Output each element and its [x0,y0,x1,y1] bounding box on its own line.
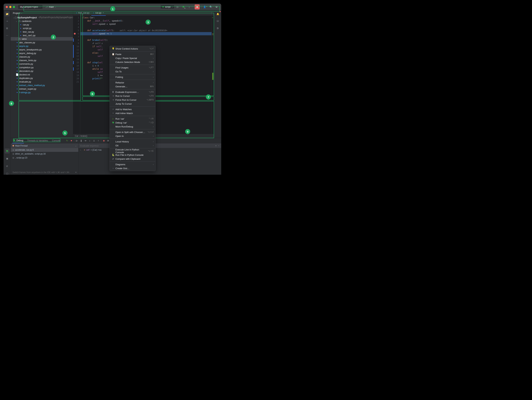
tabs-more-button[interactable]: ⋮ [210,12,213,14]
mute-breakpoints-icon[interactable]: ⊘ [107,139,110,142]
step-into-my-icon[interactable]: ⇣ [92,139,96,142]
tree-file[interactable]: ●script.py [11,26,73,30]
expand-icon[interactable]: › [16,38,18,40]
vcs-branch-selector[interactable]: ⎇ main ⌄ [44,5,58,9]
console-tab[interactable]: Console [51,138,61,143]
menu-local-history[interactable]: Local History› [110,140,155,143]
stop-button[interactable]: ■ [195,5,200,9]
menu-run-file-console[interactable]: 🐍Run File in Python Console [110,153,155,157]
menu-more-run-debug[interactable]: More Run/Debug› [110,125,155,129]
stack-frame[interactable]: ⊟, script.py:23 [11,156,78,160]
menu-generate[interactable]: Generate…⌘N [110,85,155,88]
menu-go-to[interactable]: Go To› [110,69,155,74]
tree-file[interactable]: 📄doctest.rst [11,73,73,76]
d-tool-button[interactable]: D [215,26,220,31]
menu-copy-paste-special[interactable]: Copy / Paste Special› [110,56,155,60]
step-into-icon[interactable]: ↓ [88,139,91,142]
tree-file[interactable]: ●duplicates.py [11,76,73,80]
tree-file[interactable]: ●evaluate.py [11,80,73,83]
menu-show-context-actions[interactable]: 💡Show Context Actions⌥⏎ [110,47,155,51]
menu-open-in[interactable]: Open In› [110,134,155,138]
problems-tool-button[interactable]: ⊘ [5,163,10,168]
tree-folder[interactable]: › 🗀 venv [11,37,73,41]
tree-file[interactable]: ●comments.py [11,62,73,66]
project-selector[interactable]: MySampleProject ⌄ [18,5,43,9]
rerun-icon[interactable]: ↻ [65,139,69,142]
pause-icon[interactable]: ‖ [80,139,83,142]
menu-git[interactable]: Git› [110,143,155,148]
stack-frame[interactable]: ⊟accelerate, car.py:6 [11,148,78,152]
run-tool-button[interactable]: ▣ [5,156,10,161]
crumb[interactable]: Car [75,135,78,137]
tree-file[interactable]: ●async.py [11,44,73,48]
menu-refactor[interactable]: Refactor› [110,80,155,85]
warning-marker[interactable] [212,35,213,35]
expand-icon[interactable]: ⌄ [13,17,14,18]
menu-compare-clipboard[interactable]: ⇄Compare with Clipboard [110,157,155,161]
notifications-button[interactable]: 🔔 [215,11,220,16]
stop-icon[interactable]: ■ [70,139,73,142]
add-icon[interactable]: + [215,144,217,147]
marker-bar[interactable]: ✔ [212,16,214,134]
resume-icon[interactable]: ▷ [75,139,78,142]
tree-file[interactable]: ●test_car.py [11,30,73,33]
menu-debug-car[interactable]: 🪲Debug 'car'⌃⇧D [110,121,155,125]
tree-file[interactable]: ●classes_hints.py [11,58,73,62]
minimize-window-button[interactable] [9,6,11,8]
tree-root[interactable]: ⌄ ▢ MySampleProject ~/PycharmProjects/My… [11,16,73,19]
code-with-me-button[interactable]: 👤⁺ [203,5,208,9]
expand-icon[interactable]: ⌄ [16,20,18,22]
close-hint-button[interactable]: × [75,171,76,174]
warning-marker[interactable] [212,33,213,34]
change-marker[interactable] [212,73,213,80]
tree-file[interactable]: ●classes.py [11,55,73,58]
database-tool-button[interactable]: ⛁ [215,18,220,24]
commit-tool-button[interactable]: ⊸ [5,18,10,24]
chevron-down-icon[interactable]: ⌄ [218,144,219,147]
settings-button[interactable]: ⚙ [214,5,219,9]
menu-force-run-to-cursor[interactable]: ⇥Force Run to Cursor⌥⌘F9 [110,98,155,102]
menu-open-in-split[interactable]: Open in Split with Chooser…⌥⇧⏎ [110,130,155,134]
crumb[interactable]: brake() [81,135,87,137]
tree-file[interactable]: ●abc_classes.py [11,41,73,44]
terminal-tool-button[interactable]: ▢ [5,171,10,175]
tree-file[interactable]: ●decorators.py [11,69,73,73]
tree-file[interactable]: ●test_car1.py [11,33,73,37]
step-over-icon[interactable]: ⤼ [84,139,87,142]
threads-vars-tab[interactable]: Threads & Variables [26,138,49,143]
project-tool-button[interactable]: 📁 [5,11,10,16]
debug-button[interactable]: 🪲↻ [181,5,186,9]
menu-run-car[interactable]: ▷Run 'car'⌃⇧R [110,117,155,121]
menu-folding[interactable]: Folding› [110,75,155,79]
breakpoint-icon[interactable] [74,33,76,35]
menu-evaluate-expression[interactable]: 🖩Evaluate Expression…⌥F8 [110,90,155,94]
menu-add-to-watches[interactable]: +Add to Watches [110,107,155,111]
search-everywhere-button[interactable]: 🔍 [208,5,213,9]
run-configuration-selector[interactable]: 🪲 script ⌄ [160,5,174,9]
editor-tab[interactable]: ● test_car.py [74,10,91,16]
run-button[interactable]: ▷ [175,5,180,9]
debug-tab[interactable]: 🪲 Debug [12,138,24,143]
close-window-button[interactable] [6,6,8,8]
tree-file[interactable]: ●car.py [11,23,73,26]
menu-run-to-cursor[interactable]: ⇥Run to Cursor⌥F9 [110,94,155,98]
menu-diagrams[interactable]: Diagrams› [110,162,155,166]
breakpoint-line[interactable]: 6 [73,32,79,35]
menu-jump-to-cursor[interactable]: Jump To Cursor [110,102,155,106]
tree-file[interactable]: ●extract_class_method.py [11,83,73,87]
project-tree[interactable]: ⌄ ▢ MySampleProject ~/PycharmProjects/My… [11,16,73,94]
expand-icon[interactable]: › [80,149,82,151]
menu-add-inline-watch[interactable]: +Add Inline Watch [110,111,155,115]
tree-file[interactable]: ●f-strings.py [11,91,73,94]
tree-file[interactable]: ●async_breakpoints.py [11,48,73,51]
maximize-window-button[interactable] [13,6,15,8]
more-tools-button[interactable]: ⋯ [5,33,10,38]
menu-create-gist[interactable]: ○Create Gist… [110,166,155,170]
editor-tab[interactable]: ● car.py × [91,10,106,16]
tree-file[interactable]: ●async_debug.py [11,51,73,55]
close-tab-button[interactable]: × [103,11,104,14]
menu-execute-line-console[interactable]: Execute Line in Python Console⌥⇧E [110,149,155,153]
view-breakpoints-icon[interactable]: ◉ [102,139,105,142]
menu-paste[interactable]: 📋Paste⌘V [110,52,155,56]
more-actions-button[interactable]: ⋮ [187,5,192,9]
